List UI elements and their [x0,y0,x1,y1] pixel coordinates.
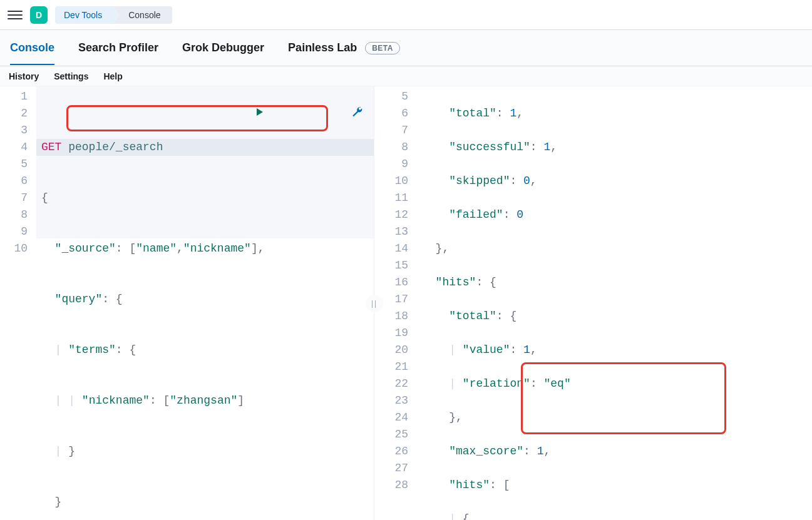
app-logo[interactable]: D [30,6,48,24]
panes: 1 2 3 4 5 6 7 8 9 10 [0,86,812,520]
breadcrumb-console[interactable]: Console [113,6,172,24]
help-button[interactable]: Help [103,71,122,81]
tab-grok-debugger[interactable]: Grok Debugger [182,31,264,64]
tab-painless-lab-label: Painless Lab [288,41,357,54]
settings-button[interactable]: Settings [54,71,88,81]
response-viewer[interactable]: 5 6 7 8 9 10 11 12 13 14 15 16 17 18 19 … [374,86,812,520]
tab-painless-lab[interactable]: Painless Lab BETA [288,31,400,64]
tab-console[interactable]: Console [10,31,54,64]
pane-divider[interactable]: || [366,295,383,312]
response-code: "total": 1, "successful": 1, "skipped": … [417,86,812,520]
wrench-icon[interactable] [270,89,362,140]
play-icon[interactable] [174,89,265,140]
request-pane: 1 2 3 4 5 6 7 8 9 10 [0,86,374,520]
request-code[interactable]: GET people/_search { "_source": ["name",… [36,86,374,520]
tab-search-profiler[interactable]: Search Profiler [78,31,158,64]
subtabs: Console Search Profiler Grok Debugger Pa… [0,30,812,66]
response-pane: 5 6 7 8 9 10 11 12 13 14 15 16 17 18 19 … [374,86,812,520]
console-toolbar: History Settings Help [0,66,812,86]
run-controls [174,89,362,140]
topbar: D Dev Tools Console [0,0,812,30]
request-editor[interactable]: 1 2 3 4 5 6 7 8 9 10 [0,86,374,520]
history-button[interactable]: History [9,71,39,81]
beta-badge: BETA [365,42,400,54]
breadcrumb-devtools[interactable]: Dev Tools [55,6,113,24]
request-gutter: 1 2 3 4 5 6 7 8 9 10 [0,86,36,520]
menu-icon[interactable] [8,8,23,23]
breadcrumb: Dev Tools Console [55,6,172,24]
